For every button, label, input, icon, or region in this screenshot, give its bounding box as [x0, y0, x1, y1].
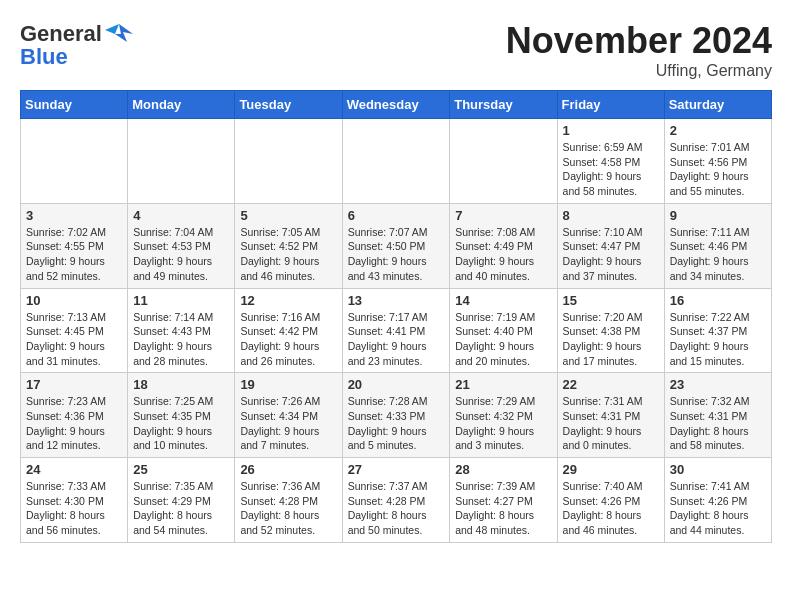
- calendar-day-13: 13Sunrise: 7:17 AM Sunset: 4:41 PM Dayli…: [342, 288, 450, 373]
- calendar-day-27: 27Sunrise: 7:37 AM Sunset: 4:28 PM Dayli…: [342, 458, 450, 543]
- day-number: 15: [563, 293, 659, 308]
- day-number: 18: [133, 377, 229, 392]
- calendar-day-21: 21Sunrise: 7:29 AM Sunset: 4:32 PM Dayli…: [450, 373, 557, 458]
- day-detail: Sunrise: 7:05 AM Sunset: 4:52 PM Dayligh…: [240, 225, 336, 284]
- calendar-day-2: 2Sunrise: 7:01 AM Sunset: 4:56 PM Daylig…: [664, 119, 771, 204]
- calendar-empty-cell: [342, 119, 450, 204]
- day-detail: Sunrise: 7:37 AM Sunset: 4:28 PM Dayligh…: [348, 479, 445, 538]
- day-number: 14: [455, 293, 551, 308]
- day-detail: Sunrise: 7:10 AM Sunset: 4:47 PM Dayligh…: [563, 225, 659, 284]
- calendar-day-18: 18Sunrise: 7:25 AM Sunset: 4:35 PM Dayli…: [128, 373, 235, 458]
- day-detail: Sunrise: 7:11 AM Sunset: 4:46 PM Dayligh…: [670, 225, 766, 284]
- day-detail: Sunrise: 7:13 AM Sunset: 4:45 PM Dayligh…: [26, 310, 122, 369]
- calendar-day-16: 16Sunrise: 7:22 AM Sunset: 4:37 PM Dayli…: [664, 288, 771, 373]
- day-number: 21: [455, 377, 551, 392]
- day-number: 7: [455, 208, 551, 223]
- day-detail: Sunrise: 7:23 AM Sunset: 4:36 PM Dayligh…: [26, 394, 122, 453]
- day-number: 30: [670, 462, 766, 477]
- day-number: 27: [348, 462, 445, 477]
- calendar-day-5: 5Sunrise: 7:05 AM Sunset: 4:52 PM Daylig…: [235, 203, 342, 288]
- day-number: 26: [240, 462, 336, 477]
- calendar-day-19: 19Sunrise: 7:26 AM Sunset: 4:34 PM Dayli…: [235, 373, 342, 458]
- day-detail: Sunrise: 7:14 AM Sunset: 4:43 PM Dayligh…: [133, 310, 229, 369]
- location-text: Uffing, Germany: [506, 62, 772, 80]
- day-detail: Sunrise: 7:01 AM Sunset: 4:56 PM Dayligh…: [670, 140, 766, 199]
- calendar-day-30: 30Sunrise: 7:41 AM Sunset: 4:26 PM Dayli…: [664, 458, 771, 543]
- calendar-day-6: 6Sunrise: 7:07 AM Sunset: 4:50 PM Daylig…: [342, 203, 450, 288]
- day-number: 20: [348, 377, 445, 392]
- day-detail: Sunrise: 7:28 AM Sunset: 4:33 PM Dayligh…: [348, 394, 445, 453]
- day-header-thursday: Thursday: [450, 91, 557, 119]
- day-detail: Sunrise: 7:20 AM Sunset: 4:38 PM Dayligh…: [563, 310, 659, 369]
- logo-bird-icon: [105, 20, 133, 48]
- day-number: 11: [133, 293, 229, 308]
- day-number: 13: [348, 293, 445, 308]
- calendar-week-row: 10Sunrise: 7:13 AM Sunset: 4:45 PM Dayli…: [21, 288, 772, 373]
- calendar-day-1: 1Sunrise: 6:59 AM Sunset: 4:58 PM Daylig…: [557, 119, 664, 204]
- calendar-day-29: 29Sunrise: 7:40 AM Sunset: 4:26 PM Dayli…: [557, 458, 664, 543]
- day-header-tuesday: Tuesday: [235, 91, 342, 119]
- day-detail: Sunrise: 7:32 AM Sunset: 4:31 PM Dayligh…: [670, 394, 766, 453]
- day-header-monday: Monday: [128, 91, 235, 119]
- day-detail: Sunrise: 7:31 AM Sunset: 4:31 PM Dayligh…: [563, 394, 659, 453]
- day-number: 24: [26, 462, 122, 477]
- day-header-sunday: Sunday: [21, 91, 128, 119]
- day-detail: Sunrise: 7:36 AM Sunset: 4:28 PM Dayligh…: [240, 479, 336, 538]
- day-detail: Sunrise: 7:35 AM Sunset: 4:29 PM Dayligh…: [133, 479, 229, 538]
- calendar-day-9: 9Sunrise: 7:11 AM Sunset: 4:46 PM Daylig…: [664, 203, 771, 288]
- logo: General Blue: [20, 20, 133, 70]
- day-number: 6: [348, 208, 445, 223]
- day-number: 5: [240, 208, 336, 223]
- day-number: 23: [670, 377, 766, 392]
- day-detail: Sunrise: 7:29 AM Sunset: 4:32 PM Dayligh…: [455, 394, 551, 453]
- calendar-day-10: 10Sunrise: 7:13 AM Sunset: 4:45 PM Dayli…: [21, 288, 128, 373]
- day-detail: Sunrise: 7:08 AM Sunset: 4:49 PM Dayligh…: [455, 225, 551, 284]
- day-detail: Sunrise: 7:07 AM Sunset: 4:50 PM Dayligh…: [348, 225, 445, 284]
- calendar-day-25: 25Sunrise: 7:35 AM Sunset: 4:29 PM Dayli…: [128, 458, 235, 543]
- day-number: 29: [563, 462, 659, 477]
- calendar-day-14: 14Sunrise: 7:19 AM Sunset: 4:40 PM Dayli…: [450, 288, 557, 373]
- day-number: 3: [26, 208, 122, 223]
- day-detail: Sunrise: 7:40 AM Sunset: 4:26 PM Dayligh…: [563, 479, 659, 538]
- day-detail: Sunrise: 7:04 AM Sunset: 4:53 PM Dayligh…: [133, 225, 229, 284]
- calendar-day-3: 3Sunrise: 7:02 AM Sunset: 4:55 PM Daylig…: [21, 203, 128, 288]
- calendar-day-23: 23Sunrise: 7:32 AM Sunset: 4:31 PM Dayli…: [664, 373, 771, 458]
- calendar-day-22: 22Sunrise: 7:31 AM Sunset: 4:31 PM Dayli…: [557, 373, 664, 458]
- calendar-week-row: 24Sunrise: 7:33 AM Sunset: 4:30 PM Dayli…: [21, 458, 772, 543]
- day-number: 25: [133, 462, 229, 477]
- calendar-day-11: 11Sunrise: 7:14 AM Sunset: 4:43 PM Dayli…: [128, 288, 235, 373]
- day-detail: Sunrise: 7:16 AM Sunset: 4:42 PM Dayligh…: [240, 310, 336, 369]
- day-detail: Sunrise: 7:19 AM Sunset: 4:40 PM Dayligh…: [455, 310, 551, 369]
- day-header-saturday: Saturday: [664, 91, 771, 119]
- calendar-day-15: 15Sunrise: 7:20 AM Sunset: 4:38 PM Dayli…: [557, 288, 664, 373]
- month-title: November 2024: [506, 20, 772, 62]
- day-header-wednesday: Wednesday: [342, 91, 450, 119]
- day-number: 4: [133, 208, 229, 223]
- calendar-day-7: 7Sunrise: 7:08 AM Sunset: 4:49 PM Daylig…: [450, 203, 557, 288]
- day-number: 12: [240, 293, 336, 308]
- day-number: 16: [670, 293, 766, 308]
- day-detail: Sunrise: 7:17 AM Sunset: 4:41 PM Dayligh…: [348, 310, 445, 369]
- day-detail: Sunrise: 7:02 AM Sunset: 4:55 PM Dayligh…: [26, 225, 122, 284]
- day-detail: Sunrise: 7:33 AM Sunset: 4:30 PM Dayligh…: [26, 479, 122, 538]
- day-detail: Sunrise: 6:59 AM Sunset: 4:58 PM Dayligh…: [563, 140, 659, 199]
- calendar-week-row: 3Sunrise: 7:02 AM Sunset: 4:55 PM Daylig…: [21, 203, 772, 288]
- day-number: 2: [670, 123, 766, 138]
- calendar-day-28: 28Sunrise: 7:39 AM Sunset: 4:27 PM Dayli…: [450, 458, 557, 543]
- day-detail: Sunrise: 7:25 AM Sunset: 4:35 PM Dayligh…: [133, 394, 229, 453]
- calendar-week-row: 1Sunrise: 6:59 AM Sunset: 4:58 PM Daylig…: [21, 119, 772, 204]
- calendar-empty-cell: [21, 119, 128, 204]
- calendar-empty-cell: [128, 119, 235, 204]
- calendar-day-26: 26Sunrise: 7:36 AM Sunset: 4:28 PM Dayli…: [235, 458, 342, 543]
- calendar-day-12: 12Sunrise: 7:16 AM Sunset: 4:42 PM Dayli…: [235, 288, 342, 373]
- svg-marker-1: [105, 24, 119, 34]
- day-detail: Sunrise: 7:26 AM Sunset: 4:34 PM Dayligh…: [240, 394, 336, 453]
- day-number: 8: [563, 208, 659, 223]
- calendar-empty-cell: [450, 119, 557, 204]
- page-header: General Blue November 2024 Uffing, Germa…: [20, 20, 772, 80]
- day-detail: Sunrise: 7:39 AM Sunset: 4:27 PM Dayligh…: [455, 479, 551, 538]
- day-number: 19: [240, 377, 336, 392]
- calendar-day-8: 8Sunrise: 7:10 AM Sunset: 4:47 PM Daylig…: [557, 203, 664, 288]
- day-detail: Sunrise: 7:41 AM Sunset: 4:26 PM Dayligh…: [670, 479, 766, 538]
- calendar-day-24: 24Sunrise: 7:33 AM Sunset: 4:30 PM Dayli…: [21, 458, 128, 543]
